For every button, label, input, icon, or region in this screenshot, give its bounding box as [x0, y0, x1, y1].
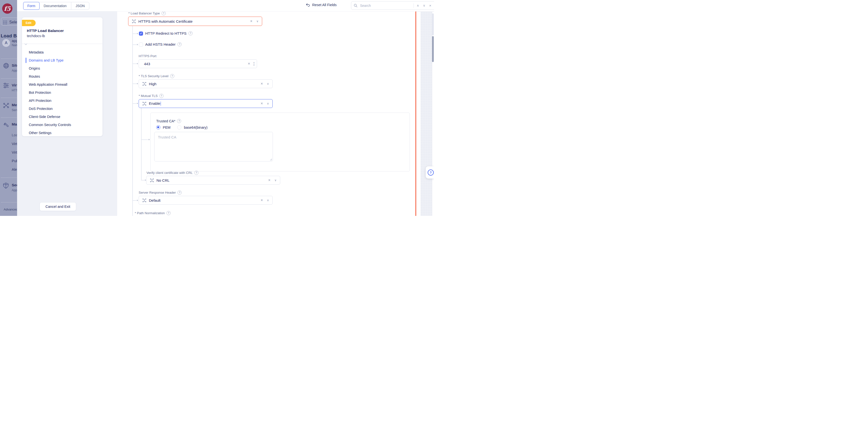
- https-port-input-wrap: × ∧∨: [138, 59, 257, 68]
- tree-connector: [132, 33, 136, 34]
- trusted-ca-label: Trusted CA* ?: [156, 119, 181, 123]
- view-mode-tabs: Form Documentation JSON: [23, 2, 89, 10]
- section-common-security-controls[interactable]: Common Security Controls: [29, 121, 100, 128]
- clear-icon[interactable]: ×: [249, 19, 254, 24]
- section-routes[interactable]: Routes: [29, 73, 100, 80]
- search-next-icon[interactable]: ∨: [422, 4, 427, 7]
- tree-connector: [132, 63, 136, 64]
- reset-all-fields-button[interactable]: Reset All Fields: [306, 3, 337, 7]
- section-dos-protection[interactable]: DoS Protection: [29, 105, 100, 112]
- section-bot-protection[interactable]: Bot Protection: [29, 89, 100, 96]
- f5-logo: f5: [2, 3, 12, 14]
- mutual-tls-select[interactable]: Enable × ∨: [138, 99, 273, 108]
- reset-all-fields-label: Reset All Fields: [312, 3, 337, 7]
- section-waf[interactable]: Web Application Firewall: [29, 81, 100, 88]
- help-icon[interactable]: ?: [170, 74, 174, 78]
- scrollbar-track-segment[interactable]: [432, 13, 434, 35]
- radio-base64[interactable]: [177, 125, 181, 129]
- trusted-ca-format-radios: PEM base64(binary): [156, 125, 208, 129]
- clear-icon[interactable]: ×: [259, 198, 265, 202]
- object-name: techdocs-lb: [27, 34, 45, 38]
- section-domains-lb-type[interactable]: Domains and LB Type: [29, 57, 100, 64]
- form-side-rail: Edit HTTP Load Balancer techdocs-lb Meta…: [17, 11, 117, 216]
- sidebar-item-app-sub: Nam: [12, 44, 17, 47]
- http-redirect-label: HTTP Redirect to HTTPS ?: [145, 31, 193, 35]
- section-metadata[interactable]: Metadata: [29, 49, 100, 56]
- help-icon[interactable]: ?: [177, 119, 181, 123]
- tab-json[interactable]: JSON: [71, 2, 89, 9]
- tree-connector: [141, 108, 142, 180]
- tree-connector-dot: [137, 200, 138, 201]
- chevron-down-icon[interactable]: ∨: [267, 82, 269, 85]
- sidebar-item-security[interactable]: Secu: [12, 183, 17, 187]
- chevron-down-icon[interactable]: ∨: [274, 178, 277, 182]
- cancel-and-exit-button[interactable]: Cancel and Exit: [39, 202, 76, 211]
- help-icon[interactable]: ?: [178, 42, 182, 47]
- scrollbar-thumb[interactable]: [432, 36, 434, 62]
- sidebar-item-mesh[interactable]: Mes: [12, 103, 17, 107]
- help-icon[interactable]: ?: [166, 211, 170, 215]
- crl-label: Verify client certificate with CRL ?: [147, 171, 198, 175]
- help-icon[interactable]: ?: [178, 191, 182, 195]
- search-prev-icon[interactable]: ∧: [416, 4, 420, 7]
- active-indicator: [26, 58, 26, 63]
- sidebar-item-alerts[interactable]: Alert: [12, 167, 17, 171]
- help-icon[interactable]: ?: [162, 11, 166, 16]
- path-norm-label: * Path Normalization ?: [135, 211, 170, 215]
- sidebar-advanced-toggle[interactable]: Advanced: [4, 208, 17, 211]
- tree-connector-dot: [137, 83, 138, 84]
- tab-documentation[interactable]: Documentation: [39, 2, 71, 9]
- edit-navigation-card: Edit HTTP Load Balancer techdocs-lb Meta…: [22, 17, 102, 136]
- clear-icon[interactable]: ×: [267, 178, 272, 182]
- section-client-side-defense[interactable]: Client-Side Defense: [29, 113, 100, 120]
- chevron-down-icon[interactable]: ∨: [267, 102, 269, 105]
- help-button[interactable]: ?: [426, 166, 434, 178]
- tab-form[interactable]: Form: [23, 2, 39, 10]
- tree-connector-dot: [137, 103, 138, 104]
- sidebar-item-published[interactable]: Publi: [12, 159, 17, 163]
- https-port-label: HTTPS Port: [138, 54, 156, 58]
- section-other-settings[interactable]: Other Settings: [29, 129, 100, 137]
- sidebar-item-virtual-2[interactable]: Virtu: [12, 150, 17, 154]
- http-redirect-checkbox[interactable]: ✓: [139, 31, 143, 36]
- clear-icon[interactable]: ×: [259, 102, 265, 106]
- help-icon[interactable]: ?: [159, 94, 163, 98]
- tree-connector: [141, 139, 148, 140]
- clear-icon[interactable]: ×: [246, 61, 251, 66]
- edit-badge: Edit: [22, 20, 36, 26]
- tls-level-select[interactable]: High × ∨: [138, 79, 273, 88]
- help-icon[interactable]: ?: [194, 171, 198, 175]
- search-input[interactable]: [360, 3, 411, 8]
- sidebar-item-manage[interactable]: Man: [12, 122, 17, 126]
- number-stepper[interactable]: ∧∨: [253, 61, 255, 66]
- text-cursor: [161, 102, 161, 106]
- chevron-down-icon[interactable]: ∨: [267, 199, 269, 202]
- crl-select[interactable]: No CRL × ∨: [146, 176, 280, 184]
- chevron-down-icon[interactable]: [24, 43, 28, 45]
- chevron-down-icon[interactable]: ∨: [256, 20, 258, 23]
- help-icon[interactable]: ?: [188, 31, 193, 35]
- lb-type-select[interactable]: HTTPS with Automatic Certificate × ∨: [128, 17, 262, 26]
- radio-pem[interactable]: [156, 125, 160, 129]
- https-port-input[interactable]: [144, 61, 245, 66]
- sidebar-item-virtual-hosts[interactable]: Virtu: [12, 83, 17, 87]
- sidebar-item-virtual-1[interactable]: Virtu: [12, 142, 17, 146]
- resize-handle[interactable]: [270, 158, 272, 161]
- server-header-select[interactable]: Default × ∨: [138, 196, 273, 205]
- search-icon: [354, 4, 358, 7]
- search-close-icon[interactable]: ×: [428, 3, 432, 7]
- shuffle-icon: [142, 102, 147, 106]
- tree-connector: [132, 200, 136, 201]
- shuffle-icon: [150, 178, 154, 182]
- trusted-ca-textarea[interactable]: [155, 132, 273, 161]
- tree-connector: [132, 45, 136, 45]
- sidebar-item-load-balancers[interactable]: Load: [12, 133, 17, 137]
- shield-icon: [3, 182, 9, 189]
- radio-base64-label: base64(binary): [184, 125, 208, 129]
- section-api-protection[interactable]: API Protection: [29, 97, 100, 104]
- hsts-checkbox[interactable]: [139, 42, 143, 47]
- sidebar-item-sites[interactable]: Sites: [12, 63, 17, 68]
- section-origins[interactable]: Origins: [29, 65, 100, 72]
- sidebar-item-app[interactable]: app: [12, 38, 17, 43]
- clear-icon[interactable]: ×: [259, 82, 265, 86]
